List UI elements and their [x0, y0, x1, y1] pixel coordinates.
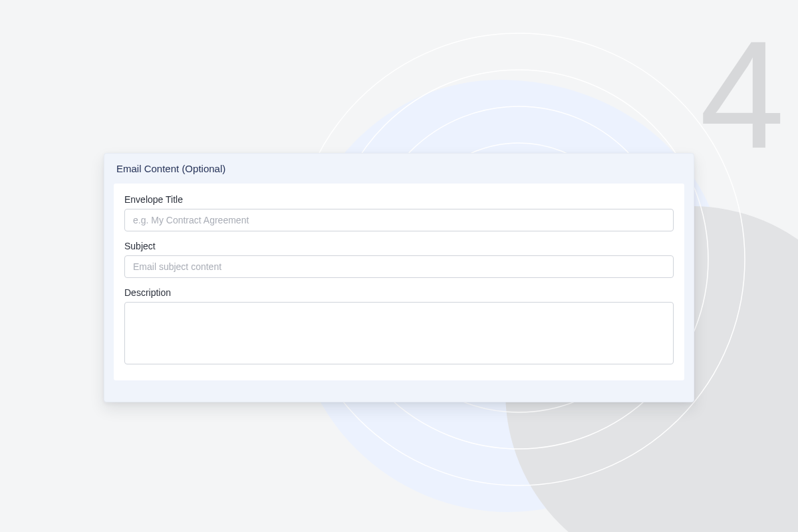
subject-input[interactable]	[124, 255, 674, 278]
email-content-card: Email Content (Optional) Envelope Title …	[104, 153, 694, 402]
card-body: Envelope Title Subject Description	[114, 184, 684, 380]
field-description: Description	[124, 287, 674, 367]
envelope-title-input[interactable]	[124, 209, 674, 231]
step-number: 4	[700, 19, 785, 172]
subject-label: Subject	[124, 241, 674, 251]
description-textarea[interactable]	[124, 302, 674, 364]
field-envelope-title: Envelope Title	[124, 194, 674, 231]
envelope-title-label: Envelope Title	[124, 194, 674, 205]
field-subject: Subject	[124, 241, 674, 278]
card-header: Email Content (Optional)	[104, 154, 694, 184]
description-label: Description	[124, 287, 674, 298]
